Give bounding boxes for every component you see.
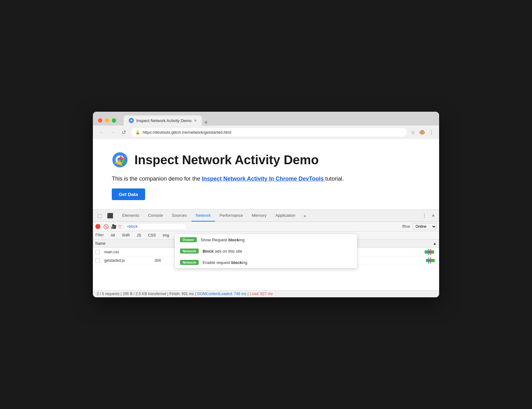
filter-input[interactable] xyxy=(124,223,187,230)
tab-network[interactable]: Network xyxy=(191,210,215,221)
minimize-button[interactable] xyxy=(105,118,109,123)
status-bar: 2 / 5 requests | 295 B / 2.5 KB transfer… xyxy=(93,290,439,297)
network-toolbar: 🚫 🎥 ▽ Drawer Show Request blocking Netwo… xyxy=(93,222,439,232)
page-description: This is the companion demo for the Inspe… xyxy=(112,176,420,182)
lock-icon: 🔒 xyxy=(135,130,140,135)
autocomplete-item-drawer[interactable]: Drawer Show Request blocking xyxy=(175,234,357,245)
status-dom-loaded: DOMContentLoaded: 746 ms xyxy=(197,292,246,296)
filter-chip-img[interactable]: Img xyxy=(160,233,172,238)
autocomplete-text-2: Block ads on this site xyxy=(202,249,242,254)
status-requests: 2 / 5 requests | 295 B / 2.5 KB transfer… xyxy=(97,292,196,296)
devtools-actions: ⋮ × xyxy=(420,210,437,221)
tab-sources[interactable]: Sources xyxy=(167,210,191,221)
filter-chip-css[interactable]: CSS xyxy=(145,233,158,238)
device-toolbar-icon[interactable]: ⬛ xyxy=(105,210,115,221)
offline-label: ffline xyxy=(402,224,410,229)
record-button[interactable] xyxy=(95,224,100,229)
waterfall-line-blue xyxy=(428,249,429,255)
url-bar[interactable]: 🔒 https://devtools.glitch.me/network/get… xyxy=(131,128,407,137)
tab-bar: Inspect Network Activity Demo × + xyxy=(124,115,434,126)
filter-chip-xhr[interactable]: XHR xyxy=(119,233,132,238)
waterfall-line-red-2 xyxy=(430,257,431,264)
waterfall-line-red xyxy=(430,249,431,255)
reload-button[interactable]: ↺ xyxy=(121,128,127,137)
menu-icon[interactable]: ⋮ xyxy=(429,129,434,135)
address-actions: ☆ 🐵 ⋮ xyxy=(411,129,434,135)
inspect-element-icon[interactable]: ⬚ xyxy=(95,210,104,221)
tab-elements[interactable]: Elements xyxy=(118,210,144,221)
network-badge-1: Network xyxy=(180,249,199,254)
forward-button[interactable]: → xyxy=(109,128,117,137)
screenshot-button[interactable]: 🎥 xyxy=(111,224,116,229)
title-bar: Inspect Network Activity Demo × + xyxy=(93,112,439,126)
autocomplete-text-1: Show Request blocking xyxy=(201,238,245,242)
back-button[interactable]: ← xyxy=(98,128,105,137)
tab-application[interactable]: Application xyxy=(271,210,300,221)
filter-chip-all[interactable]: All xyxy=(108,233,117,238)
filter-chip-js[interactable]: JS xyxy=(134,233,144,238)
description-suffix: tutorial. xyxy=(325,176,344,182)
network-badge-2: Network xyxy=(180,260,199,265)
address-bar: ← → ↺ 🔒 https://devtools.glitch.me/netwo… xyxy=(93,126,439,139)
devtools-panel: ⬚ ⬛ Elements Console Sources Network Per… xyxy=(93,210,439,297)
new-tab-button[interactable]: + xyxy=(202,119,211,126)
row-checkbox-2 xyxy=(95,258,100,263)
page-title: Inspect Network Activity Demo xyxy=(134,153,319,167)
autocomplete-text-3: Enable request blocking xyxy=(202,260,247,265)
devtools-close-icon[interactable]: × xyxy=(430,210,437,221)
chrome-logo xyxy=(112,152,128,168)
tab-console[interactable]: Console xyxy=(144,210,167,221)
close-button[interactable] xyxy=(98,118,102,123)
browser-tab[interactable]: Inspect Network Activity Demo × xyxy=(124,115,202,126)
description-prefix: This is the companion demo for the xyxy=(112,176,202,182)
more-tabs-icon[interactable]: » xyxy=(301,211,308,221)
autocomplete-item-network-1[interactable]: Network Block ads on this site xyxy=(175,245,357,257)
clear-button[interactable]: 🚫 xyxy=(102,223,109,230)
row-status-2: 304 xyxy=(152,258,174,263)
row-checkbox-1 xyxy=(95,250,100,254)
tab-performance[interactable]: Performance xyxy=(215,210,247,221)
page-header: Inspect Network Activity Demo xyxy=(112,152,420,168)
tab-memory[interactable]: Memory xyxy=(247,210,271,221)
devtools-tabbar: ⬚ ⬛ Elements Console Sources Network Per… xyxy=(93,210,439,222)
status-load: Load: 827 ms xyxy=(250,292,273,296)
tab-favicon xyxy=(129,118,134,123)
url-text: https://devtools.glitch.me/network/getst… xyxy=(143,130,231,135)
filter-label: Filter xyxy=(95,233,104,238)
status-separator: | xyxy=(248,292,249,296)
devtools-icon-group: ⬚ ⬛ xyxy=(95,210,115,221)
svg-point-1 xyxy=(130,120,132,121)
page-content: Inspect Network Activity Demo This is th… xyxy=(93,139,439,210)
header-status xyxy=(143,241,165,246)
row-name-2: getstarted.js xyxy=(102,258,152,263)
drawer-badge: Drawer xyxy=(180,237,197,242)
devtools-more-icon[interactable]: ⋮ xyxy=(420,210,429,221)
throttle-select[interactable]: Online Fast 3G Slow 3G Offline xyxy=(413,223,437,230)
maximize-button[interactable] xyxy=(112,118,116,123)
empty-space xyxy=(93,265,439,290)
tab-close-icon[interactable]: × xyxy=(194,118,197,123)
waterfall-bar-1 xyxy=(425,250,434,254)
get-data-button[interactable]: Get Data xyxy=(112,188,145,200)
header-name: Name xyxy=(93,241,143,246)
network-right-toolbar: ffline Online Fast 3G Slow 3G Offline xyxy=(402,223,437,230)
autocomplete-dropdown: Drawer Show Request blocking Network Blo… xyxy=(175,234,357,268)
filter-icon[interactable]: ▽ xyxy=(118,224,122,229)
waterfall-line-blue-2 xyxy=(428,257,429,264)
avatar-icon[interactable]: 🐵 xyxy=(419,129,425,135)
row-name-1: main.css xyxy=(102,249,152,255)
traffic-lights xyxy=(98,118,116,123)
browser-window: Inspect Network Activity Demo × + ← → ↺ … xyxy=(93,112,439,297)
tab-title: Inspect Network Activity Demo xyxy=(136,118,192,123)
devtools-link[interactable]: Inspect Network Activity In Chrome DevTo… xyxy=(202,176,325,182)
autocomplete-item-network-2[interactable]: Network Enable request blocking xyxy=(175,257,357,268)
row-status-1 xyxy=(152,251,174,253)
bookmark-icon[interactable]: ☆ xyxy=(411,129,415,135)
